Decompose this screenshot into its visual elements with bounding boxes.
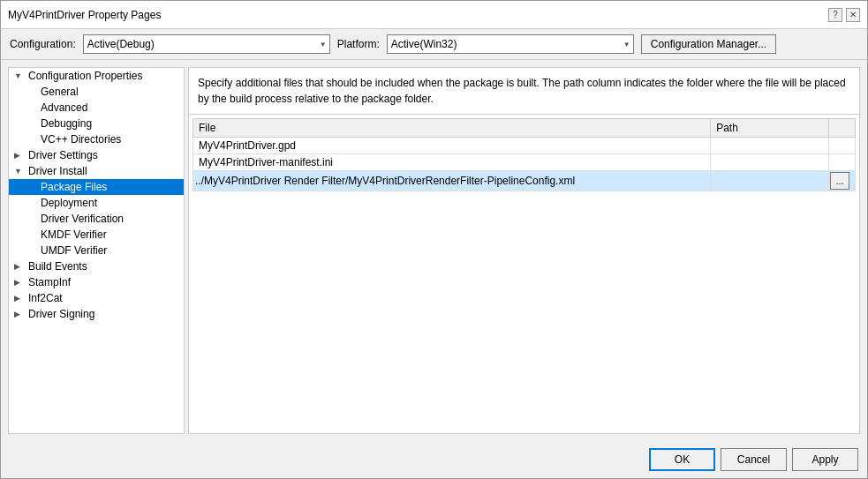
sidebar-item-config-props[interactable]: ▼Configuration Properties: [9, 68, 184, 84]
sidebar-label-driver-signing: Driver Signing: [28, 308, 94, 320]
sidebar-label-config-props: Configuration Properties: [28, 70, 142, 82]
sidebar-label-advanced: Advanced: [41, 101, 87, 114]
cell-path-1[interactable]: [711, 154, 829, 171]
sidebar-label-deployment: Deployment: [41, 197, 97, 209]
active-file-input-wrapper: [193, 172, 710, 190]
apply-button[interactable]: Apply: [792, 448, 858, 471]
bottom-bar: OK Cancel Apply: [1, 441, 867, 478]
active-action-cell: ...: [829, 171, 856, 191]
help-button[interactable]: ?: [828, 8, 842, 22]
col-actions: [829, 119, 856, 138]
table-row: MyV4PrintDriver-manifest.ini: [193, 154, 856, 171]
expander-icon-build-events: ▶: [14, 262, 26, 271]
grid-area: File Path MyV4PrintDriver.gpdMyV4PrintDr…: [189, 115, 859, 433]
sidebar-item-driver-settings[interactable]: ▶Driver Settings: [9, 147, 184, 163]
sidebar-label-umdf-verifier: UMDF Verifier: [41, 244, 107, 257]
title-controls: ? ✕: [828, 8, 860, 22]
col-file: File: [193, 119, 711, 138]
sidebar-label-debugging: Debugging: [41, 117, 92, 130]
expander-icon-config-props: ▼: [14, 71, 26, 80]
platform-label: Platform:: [337, 38, 380, 50]
sidebar-item-debugging[interactable]: Debugging: [9, 116, 184, 131]
cell-action-0: [829, 138, 856, 154]
table-row: MyV4PrintDriver.gpd: [193, 138, 856, 154]
sidebar-label-build-events: Build Events: [28, 260, 87, 273]
sidebar-item-driver-signing[interactable]: ▶Driver Signing: [9, 306, 184, 322]
sidebar-label-driver-settings: Driver Settings: [28, 149, 98, 161]
window-title: MyV4PrintDriver Property Pages: [8, 9, 161, 21]
platform-select[interactable]: Active(Win32): [387, 34, 634, 54]
right-panel: Specify additional files that should be …: [188, 67, 860, 434]
config-select[interactable]: Active(Debug): [83, 34, 330, 54]
table-row-active: ...: [193, 171, 856, 191]
sidebar-label-driver-verification: Driver Verification: [41, 213, 124, 225]
description-area: Specify additional files that should be …: [189, 68, 859, 115]
cancel-button[interactable]: Cancel: [721, 448, 787, 471]
active-file-cell[interactable]: [193, 171, 711, 191]
cell-file-0[interactable]: MyV4PrintDriver.gpd: [193, 138, 711, 154]
expander-icon-stampinf: ▶: [14, 278, 26, 287]
sidebar-item-driver-install[interactable]: ▼Driver Install: [9, 163, 184, 179]
ok-button[interactable]: OK: [649, 448, 715, 471]
sidebar-item-stampinf[interactable]: ▶StampInf: [9, 274, 184, 290]
sidebar-item-package-files[interactable]: Package Files: [9, 179, 184, 195]
close-button[interactable]: ✕: [846, 8, 860, 22]
sidebar-item-vc-dirs[interactable]: VC++ Directories: [9, 131, 184, 147]
sidebar-item-build-events[interactable]: ▶Build Events: [9, 258, 184, 274]
sidebar-label-vc-dirs: VC++ Directories: [41, 133, 121, 146]
config-select-wrapper: Active(Debug): [83, 34, 330, 54]
sidebar-label-package-files: Package Files: [41, 181, 107, 193]
cell-path-0[interactable]: [711, 138, 829, 154]
sidebar-label-stampinf: StampInf: [28, 276, 71, 288]
main-window: MyV4PrintDriver Property Pages ? ✕ Confi…: [0, 0, 868, 479]
sidebar-item-inf2cat[interactable]: ▶Inf2Cat: [9, 290, 184, 306]
sidebar-item-kmdf-verifier[interactable]: KMDF Verifier: [9, 227, 184, 243]
sidebar-tree: ▼Configuration PropertiesGeneralAdvanced…: [8, 67, 185, 434]
sidebar-label-general: General: [41, 86, 79, 98]
active-file-input[interactable]: [193, 172, 710, 190]
sidebar-item-umdf-verifier[interactable]: UMDF Verifier: [9, 243, 184, 258]
expander-icon-driver-signing: ▶: [14, 310, 26, 318]
sidebar-item-general[interactable]: General: [9, 84, 184, 100]
cell-action-1: [829, 154, 856, 171]
browse-button[interactable]: ...: [830, 172, 849, 190]
config-manager-button[interactable]: Configuration Manager...: [641, 34, 776, 54]
sidebar-label-driver-install: Driver Install: [28, 165, 87, 177]
platform-select-wrapper: Active(Win32): [387, 34, 634, 54]
sidebar-label-inf2cat: Inf2Cat: [28, 292, 63, 304]
cell-file-1[interactable]: MyV4PrintDriver-manifest.ini: [193, 154, 711, 171]
expander-icon-inf2cat: ▶: [14, 294, 26, 303]
sidebar-item-deployment[interactable]: Deployment: [9, 195, 184, 211]
expander-icon-driver-settings: ▶: [14, 151, 26, 160]
package-files-table: File Path MyV4PrintDriver.gpdMyV4PrintDr…: [192, 118, 856, 191]
title-bar: MyV4PrintDriver Property Pages ? ✕: [1, 1, 867, 29]
config-bar: Configuration: Active(Debug) Platform: A…: [1, 29, 867, 60]
description-text: Specify additional files that should be …: [198, 77, 846, 105]
sidebar-item-driver-verification[interactable]: Driver Verification: [9, 211, 184, 227]
config-label: Configuration:: [10, 38, 76, 50]
expander-icon-driver-install: ▼: [14, 167, 26, 176]
main-content: ▼Configuration PropertiesGeneralAdvanced…: [1, 60, 867, 441]
sidebar-item-advanced[interactable]: Advanced: [9, 100, 184, 116]
active-path-cell[interactable]: [711, 171, 829, 191]
sidebar-label-kmdf-verifier: KMDF Verifier: [41, 228, 107, 241]
col-path: Path: [711, 119, 829, 138]
